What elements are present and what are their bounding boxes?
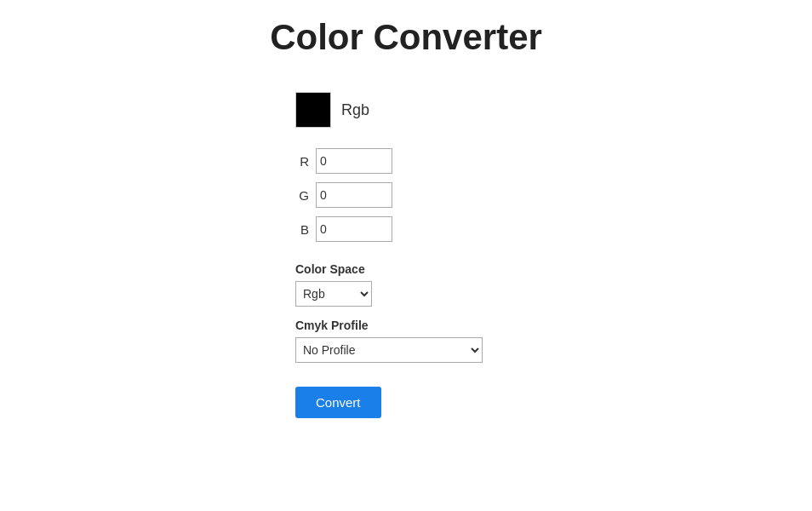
color-space-section-label: Color Space	[295, 262, 365, 276]
b-input-row: B	[295, 216, 392, 242]
b-input[interactable]	[316, 216, 392, 242]
b-channel-label: B	[295, 222, 309, 237]
r-channel-label: R	[295, 154, 309, 169]
page-container: Color Converter Rgb R G B Color Space Rg…	[0, 0, 812, 418]
color-space-select[interactable]: Rgb Cmyk Hsv Hsl	[295, 281, 372, 307]
r-input[interactable]	[316, 148, 392, 174]
convert-button[interactable]: Convert	[295, 387, 381, 418]
cmyk-profile-dropdown-row: No Profile US Web Coated (SWOP) v2 Coate…	[295, 337, 483, 363]
content-area: Rgb R G B Color Space Rgb Cmyk Hsv Hsl	[295, 92, 517, 418]
page-title: Color Converter	[270, 17, 542, 58]
color-preview-row: Rgb	[295, 92, 369, 128]
cmyk-profile-section-label: Cmyk Profile	[295, 319, 369, 332]
color-swatch	[295, 92, 331, 128]
g-channel-label: G	[295, 188, 309, 203]
g-input-row: G	[295, 182, 392, 208]
color-space-inline-label: Rgb	[341, 101, 369, 119]
color-space-dropdown-row: Rgb Cmyk Hsv Hsl	[295, 281, 372, 307]
g-input[interactable]	[316, 182, 392, 208]
r-input-row: R	[295, 148, 392, 174]
cmyk-profile-select[interactable]: No Profile US Web Coated (SWOP) v2 Coate…	[295, 337, 483, 363]
